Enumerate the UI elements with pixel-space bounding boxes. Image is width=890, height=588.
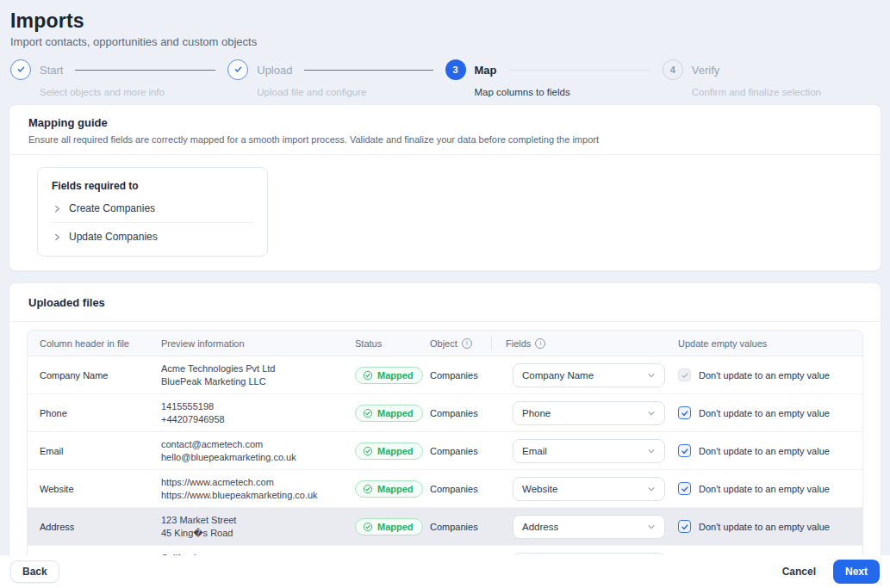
column-header-cell: Company Name <box>28 370 161 381</box>
object-cell: Companies <box>430 408 506 418</box>
dont-update-checkbox[interactable] <box>678 482 691 495</box>
check-circle-icon <box>363 408 373 418</box>
check-circle-icon <box>363 484 373 494</box>
check-circle-icon <box>363 370 373 381</box>
step-number: 3 <box>452 65 457 75</box>
chevron-down-icon <box>647 409 656 418</box>
table-row: Website https://www.acmetech.com https:/… <box>28 470 862 508</box>
step-map[interactable]: 3 Map Map columns to fields <box>445 59 663 97</box>
page-subtitle: Import contacts, opportunities and custo… <box>10 35 880 49</box>
check-icon <box>233 65 243 76</box>
status-cell: Mapped <box>355 367 430 384</box>
status-badge: Mapped <box>355 367 423 384</box>
check-icon <box>16 65 26 76</box>
preview-cell: 123 Market Street 45 King�s Road <box>161 514 355 540</box>
check-circle-icon <box>363 446 373 456</box>
col-fields: Fields i <box>506 331 678 356</box>
dont-update-checkbox[interactable] <box>678 406 691 419</box>
fields-select[interactable]: Company Name <box>513 363 665 387</box>
dont-update-checkbox[interactable] <box>678 444 691 457</box>
step-verify[interactable]: 4 Verify Confirm and finalize selection <box>663 59 880 97</box>
status-badge: Mapped <box>355 518 423 535</box>
info-icon[interactable]: i <box>535 338 545 349</box>
chevron-down-icon <box>647 523 656 531</box>
fields-cell: Email <box>506 439 678 463</box>
col-update-empty: Update empty values <box>678 331 862 356</box>
table-row: Phone 1415555198 +44207946958 Mapped Com… <box>28 394 862 432</box>
status-cell: Mapped <box>355 443 430 460</box>
step-upload[interactable]: Upload Upload file and configure <box>227 59 445 97</box>
col-preview: Preview information <box>161 331 355 356</box>
step-label: Start <box>40 64 63 77</box>
column-header-cell: Email <box>28 446 161 456</box>
next-button[interactable]: Next <box>833 560 880 584</box>
fields-cell: Website <box>506 477 678 501</box>
step-caption: Upload file and configure <box>257 87 445 97</box>
expander-label: Create Companies <box>69 202 155 214</box>
object-cell: Companies <box>430 484 506 494</box>
cancel-button[interactable]: Cancel <box>782 566 816 578</box>
status-badge: Mapped <box>355 443 423 460</box>
preview-cell: Acme Technologies Pvt Ltd BluePeak Marke… <box>161 362 355 388</box>
create-companies-expander[interactable]: Create Companies <box>52 195 253 222</box>
step-label: Map <box>475 64 497 77</box>
checkbox-label: Don't update to an empty value <box>699 370 830 381</box>
step-number-circle: 4 <box>663 59 683 80</box>
table-header-row: Column header in file Preview informatio… <box>28 331 862 356</box>
fields-cell: Company Name <box>506 363 678 387</box>
step-number-circle: 3 <box>445 59 466 80</box>
checkbox-label: Don't update to an empty value <box>699 446 830 456</box>
table-row: Email contact@acmetech.com hello@bluepea… <box>28 432 862 470</box>
mapping-table: Column header in file Preview informatio… <box>27 330 863 585</box>
step-label: Upload <box>257 64 292 77</box>
table-row: Company Name Acme Technologies Pvt Ltd B… <box>28 356 862 394</box>
info-icon[interactable]: i <box>462 338 472 349</box>
status-cell: Mapped <box>355 480 430 498</box>
table-row: Address 123 Market Street 45 King�s Road… <box>28 508 862 546</box>
chevron-right-icon <box>53 205 61 213</box>
step-caption: Confirm and finalize selection <box>692 87 880 97</box>
fields-cell: Phone <box>506 401 678 425</box>
chevron-down-icon <box>647 447 656 455</box>
update-companies-expander[interactable]: Update Companies <box>52 223 253 251</box>
step-check-circle <box>227 59 248 80</box>
checkbox-label: Don't update to an empty value <box>699 408 830 418</box>
uploaded-files-title: Uploaded files <box>28 296 862 309</box>
fields-select[interactable]: Phone <box>513 401 665 425</box>
update-empty-cell: Don't update to an empty value <box>678 520 862 533</box>
column-header-cell: Phone <box>28 408 161 418</box>
status-cell: Mapped <box>355 405 430 422</box>
fields-select[interactable]: Email <box>513 439 665 463</box>
chevron-right-icon <box>53 233 61 241</box>
step-caption: Select objects and more info <box>40 87 227 97</box>
preview-cell: 1415555198 +44207946958 <box>161 400 355 426</box>
imports-page: Imports Import contacts, opportunities a… <box>0 0 890 588</box>
object-cell: Companies <box>430 370 506 381</box>
back-button[interactable]: Back <box>10 560 59 583</box>
mapping-guide-header: Mapping guide Ensure all required fields… <box>9 105 881 154</box>
dont-update-checkbox <box>678 368 691 381</box>
update-empty-cell: Don't update to an empty value <box>678 482 862 495</box>
chevron-down-icon <box>647 485 656 493</box>
mapping-guide-card: Mapping guide Ensure all required fields… <box>9 104 881 271</box>
status-cell: Mapped <box>355 518 430 535</box>
col-object: Object i <box>430 331 506 356</box>
step-number: 4 <box>670 65 675 75</box>
step-start[interactable]: Start Select objects and more info <box>10 59 227 97</box>
step-connector <box>509 70 650 71</box>
mapping-guide-title: Mapping guide <box>28 116 862 129</box>
column-header-cell: Website <box>28 484 161 494</box>
step-caption: Map columns to fields <box>475 87 663 97</box>
preview-cell: https://www.acmetech.com https://www.blu… <box>161 476 355 502</box>
preview-cell: contact@acmetech.com hello@bluepeakmarke… <box>161 438 355 464</box>
chevron-down-icon <box>647 371 656 380</box>
column-header-cell: Address <box>28 522 161 532</box>
import-stepper: Start Select objects and more info Uploa… <box>10 59 880 97</box>
fields-select[interactable]: Address <box>513 515 665 539</box>
dont-update-checkbox[interactable] <box>678 520 691 533</box>
status-badge: Mapped <box>355 405 423 422</box>
step-check-circle <box>10 59 31 80</box>
update-empty-cell: Don't update to an empty value <box>678 444 862 457</box>
status-badge: Mapped <box>355 480 423 498</box>
fields-select[interactable]: Website <box>513 477 665 501</box>
